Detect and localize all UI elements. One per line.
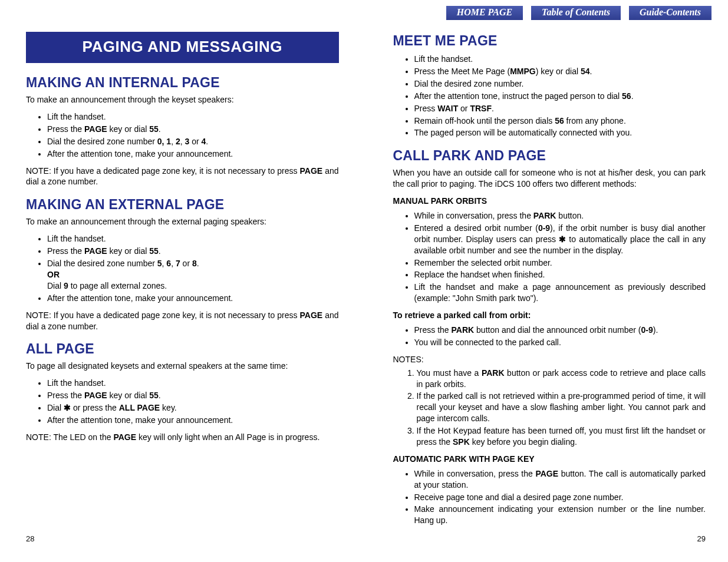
nav-bar: HOME PAGE Table of Contents Guide-Conten…	[446, 6, 711, 20]
list-item: If the parked call is not retrieved with…	[417, 391, 706, 424]
note-text: NOTE: If you have a dedicated page zone …	[26, 166, 339, 188]
notes-label: NOTES:	[393, 354, 706, 365]
right-page: MEET ME PAGE Lift the handset. Press the…	[393, 32, 706, 562]
heading-external-page: MAKING AN EXTERNAL PAGE	[26, 196, 339, 214]
guide-contents-button[interactable]: Guide-Contents	[629, 6, 711, 20]
list-item: Replace the handset when finished.	[414, 269, 706, 280]
list-item: Lift the handset and make a page announc…	[414, 282, 706, 304]
list-item: Dial the desired zone number.	[414, 78, 706, 90]
external-page-steps: Lift the handset. Press the PAGE key or …	[26, 233, 339, 303]
note-text: NOTE: If you have a dedicated page zone …	[26, 310, 339, 332]
manual-park-steps: While in conversation, press the PARK bu…	[393, 210, 706, 304]
heading-all-page: ALL PAGE	[26, 340, 339, 358]
list-item: Remain off-hook until the person dials 5…	[414, 115, 706, 127]
subheading-manual-park: MANUAL PARK ORBITS	[393, 196, 706, 207]
list-item: Press the PARK button and dial the annou…	[414, 325, 706, 336]
list-item: After the attention tone, make your anno…	[47, 148, 339, 160]
list-item: While in conversation, press the PAGE bu…	[414, 468, 706, 491]
list-item: After the attention tone, make your anno…	[47, 293, 339, 304]
intro-text: To make an announcement through the keys…	[26, 94, 339, 105]
subheading-auto-park: AUTOMATIC PARK WITH PAGE KEY	[393, 454, 706, 465]
notes-list: You must have a PARK button or park acce…	[393, 368, 706, 448]
page-number-right: 29	[697, 534, 706, 544]
list-item: While in conversation, press the PARK bu…	[414, 210, 706, 222]
list-item: Press the PAGE key or dial 55.	[47, 246, 339, 257]
heading-internal-page: MAKING AN INTERNAL PAGE	[26, 74, 339, 92]
list-item: Press the PAGE key or dial 55.	[47, 390, 339, 401]
list-item: Dial ✱ or press the ALL PAGE key.	[47, 402, 339, 414]
list-item: Lift the handset.	[47, 378, 339, 389]
retrieve-steps: Press the PARK button and dial the annou…	[393, 325, 706, 348]
note-text: NOTE: The LED on the PAGE key will only …	[26, 432, 339, 443]
table-of-contents-button[interactable]: Table of Contents	[531, 6, 621, 20]
list-item: You will be connected to the parked call…	[414, 337, 706, 348]
intro-text: To make an announcement through the exte…	[26, 216, 339, 227]
all-page-steps: Lift the handset. Press the PAGE key or …	[26, 378, 339, 426]
list-item: Lift the handset.	[47, 111, 339, 123]
list-item: Press the PAGE key or dial 55.	[47, 124, 339, 135]
list-item: You must have a PARK button or park acce…	[417, 368, 706, 390]
subheading-retrieve: To retrieve a parked call from orbit:	[393, 310, 706, 321]
heading-meet-me-page: MEET ME PAGE	[393, 32, 706, 50]
auto-park-steps: While in conversation, press the PAGE bu…	[393, 468, 706, 526]
list-item: Press the Meet Me Page (MMPG) key or dia…	[414, 66, 706, 77]
list-item: Press WAIT or TRSF.	[414, 103, 706, 114]
section-banner: PAGING AND MESSAGING	[26, 32, 339, 63]
list-item: Dial the desired zone number 0, 1, 2, 3 …	[47, 136, 339, 147]
list-item: Remember the selected orbit number.	[414, 257, 706, 269]
list-item: Receive page tone and dial a desired pag…	[414, 492, 706, 503]
list-item: Dial the desired zone number 5, 6, 7 or …	[47, 258, 339, 292]
home-page-button[interactable]: HOME PAGE	[446, 6, 523, 20]
meet-me-steps: Lift the handset. Press the Meet Me Page…	[393, 54, 706, 138]
list-item: The paged person will be automatically c…	[414, 127, 706, 138]
page-number-left: 28	[26, 534, 34, 544]
intro-text: When you have an outside call for someon…	[393, 167, 706, 190]
list-item: After the attention tone, instruct the p…	[414, 91, 706, 102]
list-item: After the attention tone, make your anno…	[47, 415, 339, 426]
list-item: Lift the handset.	[414, 54, 706, 65]
list-item: If the Hot Keypad feature has been turne…	[417, 425, 706, 448]
list-item: Make announcement indicating your extens…	[414, 504, 706, 526]
list-item: Lift the handset.	[47, 233, 339, 244]
list-item: Entered a desired orbit number (0-9), if…	[414, 223, 706, 256]
intro-text: To page all designated keysets and exter…	[26, 361, 339, 372]
heading-call-park-and-page: CALL PARK AND PAGE	[393, 147, 706, 165]
left-page: PAGING AND MESSAGING MAKING AN INTERNAL …	[26, 32, 339, 562]
internal-page-steps: Lift the handset. Press the PAGE key or …	[26, 111, 339, 160]
